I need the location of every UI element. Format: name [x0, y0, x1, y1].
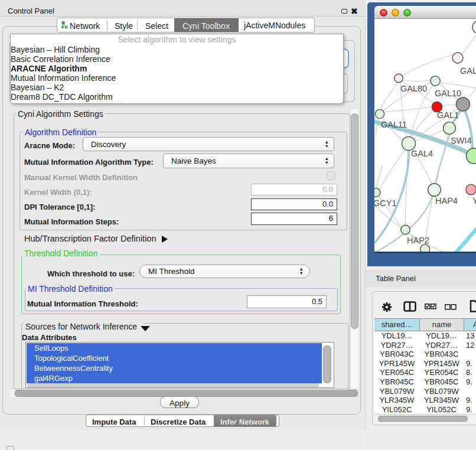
svg-text:GAL10: GAL10: [435, 89, 461, 98]
svg-text:HAP4: HAP4: [435, 196, 458, 206]
svg-text:Y: Y: [472, 196, 476, 206]
svg-text:GAL4: GAL4: [411, 149, 433, 158]
svg-text:GAL80: GAL80: [400, 84, 427, 93]
svg-text:GAL80: GAL80: [460, 66, 476, 76]
svg-text:SWI4: SWI4: [451, 136, 471, 145]
svg-text:GAL1: GAL1: [437, 110, 459, 120]
svg-text:GAL11: GAL11: [381, 120, 407, 129]
svg-text:HAP2: HAP2: [407, 236, 429, 245]
svg-text:GCY1: GCY1: [374, 198, 397, 208]
